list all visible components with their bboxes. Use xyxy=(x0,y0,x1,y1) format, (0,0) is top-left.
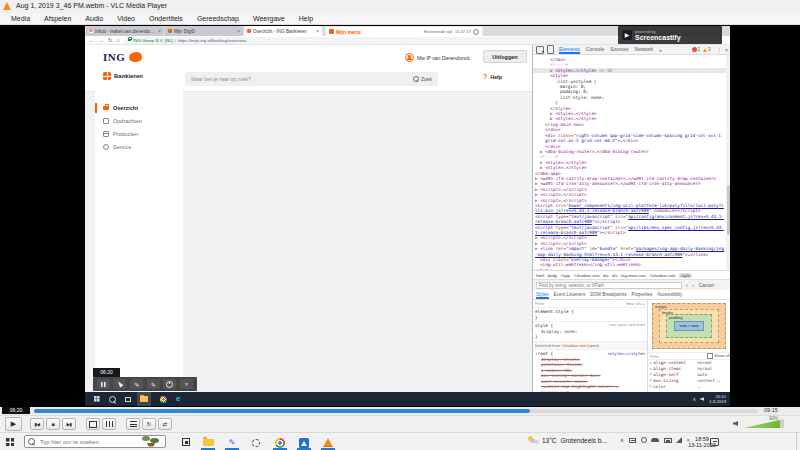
box-model-margin[interactable]: margin- border- padding- auto × auto xyxy=(652,303,726,349)
dom-node-line[interactable]: <script src="bower_components/ing-util-p… xyxy=(533,203,726,214)
device-toolbar-icon[interactable] xyxy=(547,45,554,54)
find-cancel-button[interactable]: Cancel xyxy=(699,283,714,288)
photos-icon[interactable] xyxy=(294,435,314,450)
computed-filter-input[interactable]: Filter xyxy=(650,354,707,359)
tab-close-icon[interactable]: × xyxy=(237,29,240,34)
video-chrome-icon[interactable] xyxy=(160,396,167,403)
computed-property-row[interactable]: ▸ color … xyxy=(648,383,730,389)
sidebar-item[interactable]: Service xyxy=(95,140,183,153)
sidebar-item[interactable]: Opdrachten xyxy=(95,114,183,127)
settings-gear-icon[interactable] xyxy=(246,435,266,450)
box-model-padding[interactable]: padding- auto × auto xyxy=(666,314,712,338)
breadcrumb-item[interactable]: body xyxy=(548,273,557,278)
recorder-timer-tool[interactable] xyxy=(163,379,176,389)
breadcrumb-item[interactable]: ing-main-nav xyxy=(621,273,646,278)
vlc-menu-item[interactable]: Ondertitels xyxy=(142,15,190,22)
taskbar-search-box[interactable] xyxy=(24,435,166,448)
action-center-icon[interactable] xyxy=(710,438,719,446)
styles-filter-input[interactable]: Filter xyxy=(535,301,626,307)
sidebar-item[interactable]: Producten xyxy=(95,127,183,140)
forward-icon[interactable]: → xyxy=(99,36,105,45)
stop-button[interactable]: ■ xyxy=(46,418,60,430)
vlc-menu-item[interactable]: Media xyxy=(4,15,37,22)
inspect-element-icon[interactable] xyxy=(536,46,544,54)
tab-close-icon[interactable]: × xyxy=(316,29,319,34)
dom-node-line[interactable]: <script type="text/javascript" src="api/… xyxy=(533,214,726,225)
help-button[interactable]: ? Help xyxy=(483,73,502,80)
devtools-tab[interactable]: Sources xyxy=(610,45,628,54)
recorder-close-button[interactable]: × xyxy=(180,379,193,389)
browser-tab[interactable]: Overzicht - ING Bankieren × xyxy=(244,26,322,36)
devtools-tab[interactable]: Console xyxy=(586,45,604,54)
more-tabs-icon[interactable]: » xyxy=(659,47,662,53)
element-style-rule[interactable]: element.style { } xyxy=(533,308,647,322)
vlc-menu-item[interactable]: Help xyxy=(292,15,320,22)
styles-pane-tab[interactable]: Styles xyxy=(536,290,549,299)
paint-icon[interactable]: ✎ xyxy=(222,435,242,450)
styles-pane-tab[interactable]: Properties xyxy=(631,290,652,299)
vlc-volume-icon[interactable] xyxy=(733,421,738,426)
devtools-menu-icon[interactable]: ⋮ xyxy=(717,47,723,53)
vlc-menu-item[interactable]: Weergave xyxy=(246,15,292,22)
breadcrumb-item[interactable]: #shadow-root xyxy=(649,273,675,278)
recorder-pen-tool[interactable]: ✎ xyxy=(130,379,143,389)
show-desktop-strip[interactable] xyxy=(796,432,797,450)
video-taskview-icon[interactable] xyxy=(125,397,131,402)
video-clock[interactable]: 15:41 1-8-2019 xyxy=(709,394,726,404)
next-button[interactable]: ▶▮ xyxy=(62,418,76,430)
recorder-cursor-tool[interactable] xyxy=(113,379,126,389)
mijn-menu-popup[interactable]: Mijn menu Resterende tijd: 11:47:47 xyxy=(325,26,483,36)
styles-pane-tab[interactable]: DOM Breakpoints xyxy=(590,290,626,299)
computed-property-row[interactable]: ▸ box-sizing content-… xyxy=(648,377,730,383)
taskbar-search-input[interactable] xyxy=(38,438,140,446)
chrome-icon[interactable] xyxy=(270,435,290,450)
recorder-highlighter-tool[interactable]: ✎ xyxy=(147,379,160,389)
battery-icon[interactable] xyxy=(664,438,672,443)
seek-slider[interactable] xyxy=(34,409,758,413)
video-search-icon[interactable] xyxy=(109,396,116,403)
styles-pane-tab[interactable]: Event Listeners xyxy=(554,290,586,299)
url-bar[interactable]: ING Groep N.V. [NL] | https://mijn.ing.n… xyxy=(124,37,644,44)
find-prev-next-icons[interactable]: ∧ ∨ xyxy=(685,283,696,288)
devtools-tab[interactable]: Elements xyxy=(559,45,580,54)
tab-close-icon[interactable]: × xyxy=(158,29,161,34)
start-button[interactable] xyxy=(6,438,14,446)
shuffle-button[interactable]: ⇄ xyxy=(158,418,172,430)
dom-node-line[interactable]: ▶ <link rel="import" id="bundle" href="p… xyxy=(533,246,726,257)
browser-tab[interactable]: M Inbox - isabel.van.dierendonck × xyxy=(86,26,164,36)
dom-node-line[interactable]: <div class="right-column app-grid-side-c… xyxy=(533,133,726,144)
video-tray-chevron-icon[interactable]: ∧ xyxy=(693,396,697,402)
playlist-button[interactable] xyxy=(126,418,140,430)
sidebar-item[interactable]: Overzicht xyxy=(95,101,183,114)
previous-button[interactable]: ▮◀ xyxy=(30,418,44,430)
vlc-taskbar-icon[interactable] xyxy=(318,435,338,450)
loop-button[interactable]: ↻ xyxy=(142,418,156,430)
task-view-icon[interactable] xyxy=(182,438,190,446)
fullscreen-button[interactable] xyxy=(86,418,100,430)
reload-icon[interactable]: ↻ xyxy=(108,36,113,45)
browser-tab[interactable]: Mijn DigiD × xyxy=(165,26,243,36)
vlc-menu-item[interactable]: Afspelen xyxy=(37,15,78,22)
volume-slider[interactable]: 90% xyxy=(744,418,784,428)
bankieren-nav[interactable]: Bankieren xyxy=(103,72,143,80)
breadcrumb-item[interactable]: div xyxy=(612,273,618,278)
back-icon[interactable]: ← xyxy=(89,36,95,45)
root-rule[interactable]: :root {<style>…</style> display: block;p… xyxy=(533,350,647,392)
vlc-menu-item[interactable]: Audio xyxy=(78,15,110,22)
devtools-close-icon[interactable]: × xyxy=(725,47,728,53)
ing-search-input[interactable]: Waar ben je naar op zoek? Zoek xyxy=(185,72,438,86)
breadcrumb-item[interactable]: #shadow-root xyxy=(574,273,600,278)
breadcrumb-item[interactable]: #app xyxy=(560,273,570,278)
dom-node-line[interactable]: <script type="text/javascript" src="api/… xyxy=(533,225,726,236)
logout-button[interactable]: Uitloggen xyxy=(483,50,527,63)
hov-cls-toggles[interactable]: :hov .cls + xyxy=(626,301,645,307)
devtools-scrollbar[interactable] xyxy=(726,55,730,270)
box-model-content[interactable]: auto × auto xyxy=(674,321,704,331)
video-file-explorer-icon[interactable] xyxy=(137,392,151,406)
taskbar-weather[interactable]: 13°C Grotendeels b... xyxy=(528,436,607,444)
devtools-tab[interactable]: Network xyxy=(635,45,653,54)
extended-settings-button[interactable] xyxy=(102,418,116,430)
play-button[interactable]: ▶ xyxy=(5,417,22,431)
cloud-icon[interactable] xyxy=(651,438,659,443)
find-input[interactable] xyxy=(536,282,682,289)
